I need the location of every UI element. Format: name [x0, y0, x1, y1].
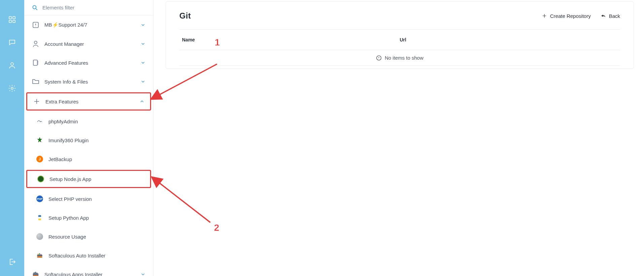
svg-rect-14	[38, 254, 39, 255]
sidebar-item-label: Resource Usage	[48, 234, 86, 240]
page-title: Git	[179, 11, 191, 21]
dashboard-icon[interactable]	[8, 16, 16, 24]
sidebar-item-setup-python[interactable]: Setup Python App	[24, 208, 153, 227]
sidebar-item-softaculous-auto[interactable]: Softaculous Auto Installer	[24, 246, 153, 265]
sidebar-group-label: Account Manager	[44, 41, 84, 47]
sidebar-item-jetbackup[interactable]: J JetBackup	[24, 150, 153, 168]
svg-rect-16	[41, 254, 42, 255]
sidebar-group-advanced[interactable]: Advanced Features	[24, 53, 153, 72]
nodejs-icon	[37, 175, 45, 183]
column-name: Name	[182, 37, 400, 42]
svg-point-4	[11, 63, 13, 65]
sidebar-group-label: System Info & Files	[44, 79, 88, 85]
sidebar-item-label: Select PHP version	[48, 196, 92, 202]
nav-rail	[0, 0, 24, 276]
svg-rect-1	[13, 17, 15, 19]
svg-rect-21	[37, 273, 38, 274]
sidebar-group-label: Softaculous Apps Installer	[44, 272, 103, 276]
logout-icon[interactable]	[8, 258, 16, 266]
action-label: Create Repository	[550, 13, 591, 19]
sidebar-group-system[interactable]: System Info & Files	[24, 72, 153, 91]
panel-header: Git Create Repository Back	[179, 11, 620, 30]
sidebar-item-label: JetBackup	[48, 156, 72, 162]
imunify-icon	[36, 136, 44, 144]
svg-rect-19	[34, 273, 35, 274]
softaculous-apps-icon	[32, 270, 40, 276]
sidebar-item-select-php[interactable]: PHP Select PHP version	[24, 189, 153, 208]
search-row	[24, 0, 153, 16]
chevron-down-icon	[140, 22, 146, 28]
sidebar-group-label: Advanced Features	[44, 60, 88, 66]
chevron-down-icon	[140, 272, 146, 276]
svg-rect-0	[9, 17, 11, 19]
empty-text: No items to show	[385, 55, 423, 61]
advanced-icon	[32, 59, 40, 67]
sidebar-item-label: Softaculous Auto Installer	[48, 253, 105, 258]
folder-icon	[32, 78, 40, 86]
plus-icon	[33, 97, 41, 105]
chevron-down-icon	[140, 60, 146, 65]
chevron-down-icon	[140, 79, 146, 84]
sidebar-group-softaculous-apps[interactable]: Softaculous Apps Installer	[24, 265, 153, 276]
chevron-up-icon	[139, 99, 145, 104]
svg-rect-10	[33, 60, 37, 65]
svg-point-9	[34, 41, 37, 44]
phpmyadmin-icon	[36, 117, 44, 125]
column-url: Url	[400, 37, 617, 42]
chevron-down-icon	[140, 41, 146, 47]
svg-rect-2	[9, 20, 11, 23]
sidebar-group-support[interactable]: MB⚡Support 24/7	[24, 16, 153, 34]
person-icon	[32, 40, 40, 48]
sidebar-item-label: Setup Python App	[48, 215, 89, 221]
sidebar-item-resource-usage[interactable]: Resource Usage	[24, 227, 153, 246]
empty-state: No items to show	[179, 50, 620, 66]
warning-icon	[32, 21, 40, 29]
panel-actions: Create Repository Back	[541, 13, 620, 19]
softaculous-icon	[36, 251, 44, 259]
svg-point-8	[35, 26, 36, 27]
sidebar-group-label: MB⚡Support 24/7	[44, 22, 87, 28]
search-input[interactable]	[32, 5, 146, 10]
settings-icon[interactable]	[8, 84, 16, 92]
sidebar-item-phpmyadmin[interactable]: phpMyAdmin	[24, 112, 153, 131]
svg-marker-11	[37, 137, 42, 142]
sidebar-item-label: phpMyAdmin	[48, 119, 78, 124]
sidebar-group-label: Extra Features	[45, 99, 78, 104]
svg-rect-20	[35, 272, 36, 274]
svg-point-6	[33, 5, 36, 9]
python-icon	[36, 214, 44, 222]
svg-point-23	[379, 59, 379, 59]
chat-icon[interactable]	[8, 38, 16, 47]
resource-usage-icon	[36, 233, 44, 241]
sidebar-group-account[interactable]: Account Manager	[24, 34, 153, 53]
git-panel: Git Create Repository Back Name Url No i…	[166, 1, 634, 69]
table-header: Name Url	[179, 30, 620, 50]
svg-rect-15	[39, 253, 40, 255]
svg-rect-13	[37, 255, 42, 256]
user-icon[interactable]	[8, 61, 16, 69]
create-repository-button[interactable]: Create Repository	[541, 13, 591, 19]
php-icon: PHP	[36, 195, 44, 203]
main-content: Git Create Repository Back Name Url No i…	[155, 0, 644, 276]
action-label: Back	[609, 13, 620, 19]
sidebar-item-imunify360[interactable]: Imunify360 Plugin	[24, 131, 153, 150]
sidebar-item-label: Imunify360 Plugin	[48, 137, 88, 143]
svg-rect-3	[13, 20, 15, 23]
svg-point-5	[11, 87, 13, 89]
sidebar-group-extra-features[interactable]: Extra Features	[26, 92, 151, 111]
jetbackup-icon: J	[36, 155, 44, 163]
sidebar-item-label: Setup Node.js App	[49, 176, 91, 182]
back-button[interactable]: Back	[600, 13, 620, 19]
sidebar-item-setup-nodejs[interactable]: Setup Node.js App	[26, 170, 151, 188]
sidebar: MB⚡Support 24/7 Account Manager Advanced…	[24, 0, 153, 276]
search-icon	[32, 4, 38, 11]
